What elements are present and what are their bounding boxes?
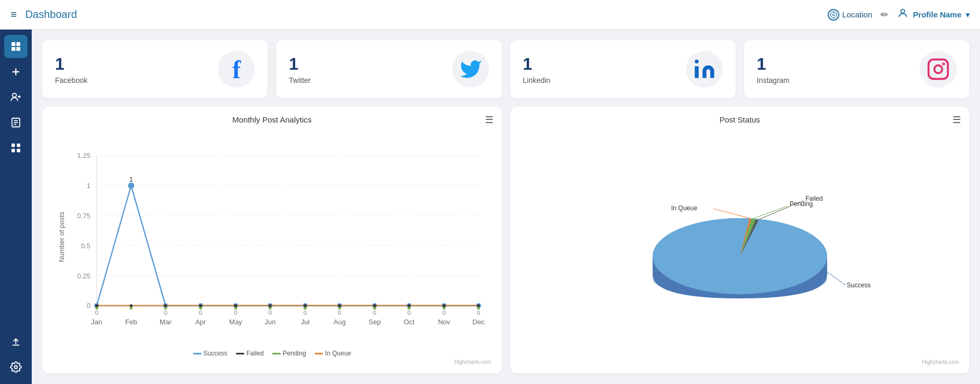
sidebar-item-add-user[interactable] xyxy=(4,86,28,109)
svg-text:0: 0 xyxy=(164,309,168,316)
svg-text:Success: Success xyxy=(847,282,871,289)
svg-text:0: 0 xyxy=(407,309,411,316)
svg-rect-93 xyxy=(477,307,480,310)
svg-text:0: 0 xyxy=(268,309,272,316)
svg-rect-85 xyxy=(199,307,202,310)
svg-text:0: 0 xyxy=(338,309,342,316)
svg-rect-89 xyxy=(338,307,341,310)
svg-text:Pending: Pending xyxy=(790,200,813,208)
svg-text:0: 0 xyxy=(477,309,481,316)
hamburger-menu[interactable]: ≡ xyxy=(11,8,17,21)
instagram-count: 1 xyxy=(757,54,790,74)
svg-text:Aug: Aug xyxy=(334,318,346,326)
svg-rect-82 xyxy=(95,307,98,310)
svg-text:0: 0 xyxy=(304,309,307,316)
profile-label: Profile Name xyxy=(913,10,961,19)
svg-line-111 xyxy=(753,206,787,219)
svg-text:Jul: Jul xyxy=(301,318,310,326)
instagram-card-info: 1 Instagram xyxy=(757,54,790,85)
svg-point-13 xyxy=(13,93,16,97)
svg-text:1: 1 xyxy=(129,175,133,183)
legend-pending: Pending xyxy=(272,350,306,357)
post-status-card: Post Status ☰ xyxy=(510,107,970,373)
line-chart-svg: Number of posts 1.25 1 0.75 xyxy=(53,128,491,345)
facebook-icon-circle: f xyxy=(218,51,255,88)
svg-point-26 xyxy=(14,366,17,369)
svg-rect-8 xyxy=(16,42,20,46)
pie-chart-container: Failed Pending In Queue Success xyxy=(521,128,959,357)
sidebar-item-upload[interactable] xyxy=(4,330,28,353)
legend-failed: Failed xyxy=(236,350,264,357)
profile-icon xyxy=(897,7,909,22)
svg-rect-92 xyxy=(443,307,445,310)
monthly-chart-card: Monthly Post Analytics ☰ Number of posts… xyxy=(42,107,502,373)
svg-rect-88 xyxy=(304,307,307,310)
top-nav: ≡ Dashboard Location ✏ Profile Name ▾ xyxy=(0,0,980,30)
svg-rect-78 xyxy=(373,304,376,307)
twitter-icon-circle xyxy=(452,51,489,88)
instagram-icon xyxy=(927,58,950,81)
charts-row: Monthly Post Analytics ☰ Number of posts… xyxy=(42,107,969,373)
svg-text:Number of posts: Number of posts xyxy=(58,211,66,262)
svg-rect-91 xyxy=(408,307,410,310)
sidebar-item-dashboard[interactable] xyxy=(4,35,28,58)
svg-rect-87 xyxy=(269,307,271,310)
legend-pending-label: Pending xyxy=(283,350,306,357)
sidebar-item-tasks[interactable] xyxy=(4,111,28,134)
svg-rect-75 xyxy=(269,304,271,307)
svg-rect-83 xyxy=(130,307,133,310)
nav-right: Location ✏ Profile Name ▾ xyxy=(828,7,969,22)
linkedin-card-info: 1 Linkedin xyxy=(523,54,551,85)
svg-text:0: 0 xyxy=(87,302,90,310)
facebook-count: 1 xyxy=(55,54,87,74)
svg-rect-23 xyxy=(17,149,20,152)
svg-rect-79 xyxy=(408,304,410,307)
svg-text:Sep: Sep xyxy=(369,318,381,326)
location-button[interactable]: Location xyxy=(828,9,873,21)
svg-rect-76 xyxy=(304,304,307,307)
legend-success-label: Success xyxy=(204,350,227,357)
svg-text:0: 0 xyxy=(199,309,203,316)
profile-button[interactable]: Profile Name ▾ xyxy=(897,7,969,22)
post-status-credit: Highcharts.com xyxy=(521,359,959,365)
svg-rect-20 xyxy=(12,144,15,147)
sidebar-item-settings[interactable] xyxy=(4,355,28,379)
svg-text:Dec: Dec xyxy=(472,318,485,326)
svg-rect-73 xyxy=(199,304,202,307)
instagram-card: 1 Instagram xyxy=(744,40,969,98)
svg-rect-9 xyxy=(12,47,15,51)
svg-point-30 xyxy=(935,65,942,73)
sidebar xyxy=(0,30,32,384)
sidebar-item-add[interactable] xyxy=(4,60,28,83)
monthly-chart-menu[interactable]: ☰ xyxy=(485,114,493,126)
nav-title: Dashboard xyxy=(25,8,828,21)
post-status-title: Post Status xyxy=(521,115,959,124)
legend-failed-label: Failed xyxy=(246,350,264,357)
svg-rect-21 xyxy=(17,144,20,147)
edit-icon[interactable]: ✏ xyxy=(881,9,889,21)
svg-rect-27 xyxy=(694,67,698,78)
monthly-chart-credit: Highcharts.com xyxy=(53,359,491,365)
svg-text:Feb: Feb xyxy=(125,318,137,326)
legend-inqueue: In Queue xyxy=(315,350,351,357)
facebook-icon: f xyxy=(232,55,241,84)
svg-text:0: 0 xyxy=(442,309,446,316)
linkedin-icon xyxy=(693,58,716,81)
instagram-label: Instagram xyxy=(757,76,790,85)
svg-rect-22 xyxy=(12,149,15,152)
twitter-card: 1 Twitter xyxy=(276,40,501,98)
twitter-icon xyxy=(459,58,482,81)
svg-text:1: 1 xyxy=(87,182,90,190)
svg-text:Jun: Jun xyxy=(264,318,276,326)
legend-inqueue-label: In Queue xyxy=(325,350,351,357)
svg-rect-74 xyxy=(234,304,237,307)
svg-rect-84 xyxy=(164,307,167,310)
linkedin-card: 1 Linkedin xyxy=(510,40,736,98)
svg-text:0.25: 0.25 xyxy=(77,272,90,280)
twitter-count: 1 xyxy=(289,54,310,74)
linkedin-icon-circle xyxy=(686,51,723,88)
svg-line-115 xyxy=(827,272,846,285)
svg-rect-80 xyxy=(443,304,445,307)
post-status-menu[interactable]: ☰ xyxy=(952,114,961,126)
sidebar-item-widgets[interactable] xyxy=(4,136,28,160)
